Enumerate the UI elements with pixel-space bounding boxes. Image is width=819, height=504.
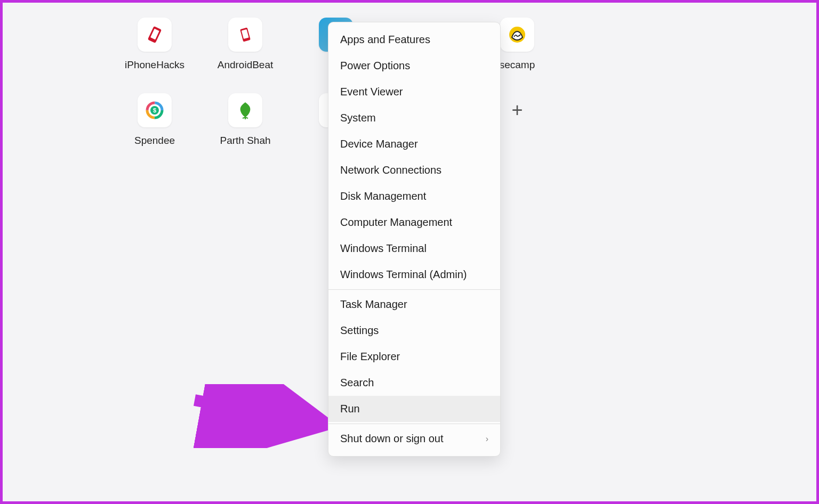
app-label: iPhoneHacks <box>125 59 184 71</box>
menu-item-settings[interactable]: Settings <box>328 318 500 344</box>
menu-item-device-manager[interactable]: Device Manager <box>328 131 500 157</box>
iphone-icon <box>138 18 172 52</box>
menu-item-network-connections[interactable]: Network Connections <box>328 157 500 183</box>
app-tile-iphonehacks[interactable]: iPhoneHacks <box>109 18 200 87</box>
chevron-right-icon: › <box>486 434 488 444</box>
menu-item-disk-management[interactable]: Disk Management <box>328 183 500 209</box>
menu-item-windows-terminal[interactable]: Windows Terminal <box>328 235 500 262</box>
android-icon <box>228 18 262 52</box>
menu-divider <box>328 289 500 290</box>
menu-item-event-viewer[interactable]: Event Viewer <box>328 79 500 105</box>
annotation-arrow-icon <box>189 384 328 448</box>
menu-item-system[interactable]: System <box>328 105 500 131</box>
leaf-icon <box>228 93 262 127</box>
plus-icon: + <box>511 99 523 121</box>
app-tile-spendee[interactable]: $ Spendee <box>109 93 200 162</box>
app-label: Spendee <box>134 135 175 147</box>
menu-item-shut-down-or-sign-out[interactable]: Shut down or sign out › <box>328 426 500 452</box>
app-label: secamp <box>500 59 535 71</box>
app-tile-parth-shah[interactable]: Parth Shah <box>200 93 291 162</box>
menu-item-apps-and-features[interactable]: Apps and Features <box>328 27 500 53</box>
menu-item-label: Shut down or sign out <box>340 433 443 445</box>
menu-item-computer-management[interactable]: Computer Management <box>328 209 500 235</box>
app-label: Parth Shah <box>220 135 270 147</box>
basecamp-icon <box>500 18 534 52</box>
menu-item-run[interactable]: Run <box>328 396 500 422</box>
svg-text:$: $ <box>153 107 156 113</box>
menu-divider <box>328 424 500 424</box>
winx-context-menu: Apps and Features Power Options Event Vi… <box>328 22 501 457</box>
svg-line-13 <box>195 400 317 422</box>
menu-item-task-manager[interactable]: Task Manager <box>328 291 500 318</box>
menu-item-power-options[interactable]: Power Options <box>328 53 500 79</box>
menu-item-windows-terminal-admin[interactable]: Windows Terminal (Admin) <box>328 262 500 288</box>
menu-item-file-explorer[interactable]: File Explorer <box>328 344 500 370</box>
app-tile-androidbeat[interactable]: AndroidBeat <box>200 18 291 87</box>
spendee-icon: $ <box>138 93 172 127</box>
app-label: AndroidBeat <box>218 59 274 71</box>
menu-item-search[interactable]: Search <box>328 370 500 396</box>
